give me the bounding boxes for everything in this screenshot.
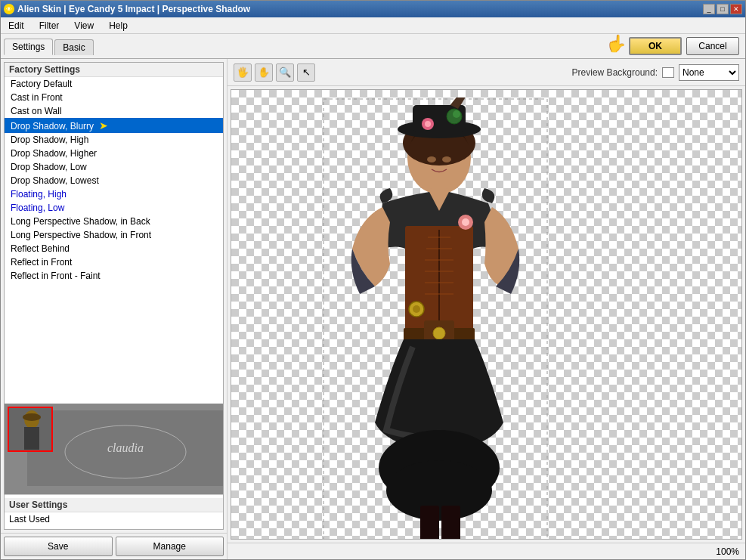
pan-tool-icon[interactable]: ✋: [255, 63, 273, 82]
preview-bg-label: Preview Background:: [572, 67, 658, 78]
hand-tool-icon[interactable]: 🖐: [234, 63, 252, 82]
preset-reflect-behind[interactable]: Reflect Behind: [5, 242, 223, 255]
status-bar: 100%: [228, 543, 745, 559]
svg-point-3: [23, 413, 41, 421]
minimize-button[interactable]: _: [703, 4, 715, 14]
thumbnail-grid: claudia: [5, 404, 224, 494]
preset-long-perspective-front[interactable]: Long Perspective Shadow, in Front: [5, 228, 223, 242]
title-bar-left: 👁 Alien Skin | Eye Candy 5 Impact | Pers…: [4, 4, 250, 14]
preset-cast-in-front[interactable]: Cast in Front: [5, 91, 223, 104]
right-area: 🖐 ✋ 🔍 ↖ Preview Background: None: [228, 59, 745, 559]
small-thumbnail: [8, 407, 53, 452]
title-bar: 👁 Alien Skin | Eye Candy 5 Impact | Pers…: [1, 1, 745, 17]
preset-factory-default[interactable]: Factory Default: [5, 77, 223, 91]
maximize-button[interactable]: □: [717, 4, 729, 14]
menu-help[interactable]: Help: [104, 19, 132, 32]
preset-drop-shadow-higher[interactable]: Drop Shadow, Higher: [5, 147, 223, 160]
finger-pointer-icon: 👆: [606, 34, 627, 54]
svg-text:claudia: claudia: [107, 441, 144, 454]
tab-settings[interactable]: Settings: [4, 39, 53, 55]
preset-last-used[interactable]: Last Used: [5, 512, 223, 526]
preset-cast-on-wall[interactable]: Cast on Wall: [5, 104, 223, 118]
svg-point-31: [413, 305, 420, 313]
character-preview-svg: [322, 97, 549, 540]
preset-drop-shadow-lowest[interactable]: Drop Shadow, Lowest: [5, 174, 223, 187]
close-button[interactable]: ✕: [730, 4, 742, 14]
preview-toolbar: 🖐 ✋ 🔍 ↖ Preview Background: None: [228, 59, 745, 86]
ok-button[interactable]: OK: [629, 37, 682, 55]
menu-edit[interactable]: Edit: [4, 19, 29, 32]
user-settings-section: User Settings Last Used: [5, 494, 223, 529]
user-settings-header: User Settings: [5, 498, 223, 512]
thumbnail-figure-small: [9, 408, 53, 452]
preset-drop-shadow-high[interactable]: Drop Shadow, High: [5, 133, 223, 147]
window-title: Alien Skin | Eye Candy 5 Impact | Perspe…: [17, 4, 250, 14]
menu-view[interactable]: View: [70, 19, 98, 32]
svg-rect-2: [24, 427, 39, 450]
main-window: 👁 Alien Skin | Eye Candy 5 Impact | Pers…: [0, 0, 746, 560]
save-button[interactable]: Save: [4, 537, 113, 556]
panel-buttons: Save Manage: [1, 533, 227, 559]
main-content: Factory Settings Factory Default Cast in…: [1, 59, 745, 559]
selected-arrow-icon: ➤: [99, 119, 108, 131]
preset-drop-shadow-blurry[interactable]: Drop Shadow, Blurry ➤: [5, 118, 223, 133]
factory-settings-header: Factory Settings: [5, 63, 223, 77]
preset-drop-shadow-low[interactable]: Drop Shadow, Low: [5, 160, 223, 174]
preset-floating-low[interactable]: Floating, Low: [5, 201, 223, 215]
ok-cancel-area: 👆 OK Cancel: [623, 34, 745, 58]
svg-point-15: [425, 121, 431, 127]
ok-btn-wrapper: 👆 OK: [629, 37, 682, 55]
app-icon: 👁: [4, 4, 14, 14]
svg-rect-37: [441, 506, 460, 540]
svg-point-33: [462, 218, 469, 226]
preset-list: Factory Default Cast in Front Cast on Wa…: [5, 77, 223, 404]
preset-list-container: Factory Settings Factory Default Cast in…: [4, 62, 224, 530]
thumbnail-watermark-svg: claudia: [27, 410, 224, 486]
toolbar-icons: 🖐 ✋ 🔍 ↖: [234, 63, 315, 82]
preset-reflect-in-front-faint[interactable]: Reflect in Front - Faint: [5, 269, 223, 283]
menu-bar: Edit Filter View Help: [1, 17, 745, 34]
tab-basic[interactable]: Basic: [54, 39, 93, 55]
svg-point-16: [427, 156, 436, 162]
left-panel: Factory Settings Factory Default Cast in…: [1, 59, 228, 559]
svg-point-29: [433, 327, 445, 339]
svg-rect-36: [420, 506, 439, 540]
tabs-bar: Settings Basic: [1, 37, 623, 55]
preset-long-perspective-back[interactable]: Long Perspective Shadow, in Back: [5, 215, 223, 228]
zoom-level: 100%: [716, 546, 739, 557]
pointer-tool-icon[interactable]: ↖: [297, 63, 315, 82]
thumbnail-watermark-area: claudia: [27, 410, 224, 488]
preset-reflect-in-front[interactable]: Reflect in Front: [5, 255, 223, 269]
preview-bg-select[interactable]: None: [679, 64, 739, 81]
cancel-button[interactable]: Cancel: [686, 37, 739, 55]
preview-bg-control: Preview Background: None: [572, 64, 739, 81]
svg-point-17: [442, 156, 451, 162]
title-buttons: _ □ ✕: [703, 4, 742, 14]
zoom-tool-icon[interactable]: 🔍: [276, 63, 294, 82]
preset-floating-high[interactable]: Floating, High: [5, 187, 223, 201]
preview-bg-swatch: [662, 67, 674, 78]
preview-canvas: [231, 89, 742, 540]
manage-button[interactable]: Manage: [116, 537, 224, 556]
svg-point-13: [453, 110, 460, 118]
menu-filter[interactable]: Filter: [35, 19, 64, 32]
